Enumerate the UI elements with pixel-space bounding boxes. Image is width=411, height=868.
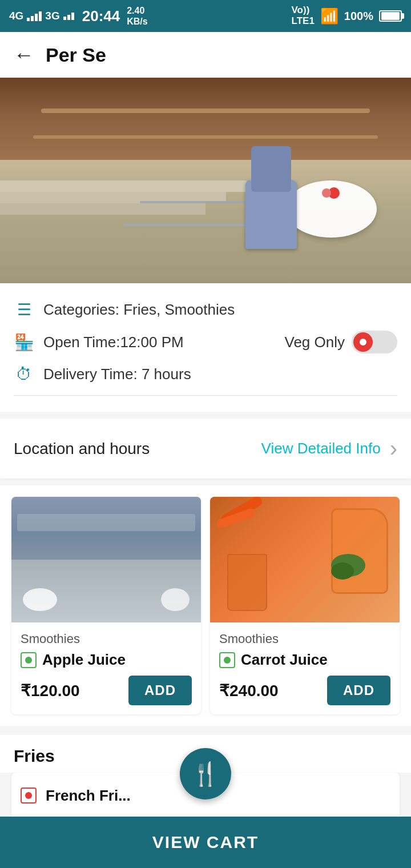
veg-only-label: Veg Only (284, 333, 345, 351)
divider (14, 395, 397, 396)
non-veg-indicator (21, 787, 37, 803)
menu-card-apple-juice: Smoothies Apple Juice ₹120.00 ADD (11, 497, 201, 714)
lte-label: Vo))LTE1 (292, 5, 315, 26)
apple-juice-name: Apple Juice (42, 651, 126, 669)
carrot-juice-veg-dot (224, 657, 231, 664)
restaurant-image (0, 78, 411, 283)
info-section: ☰ Categories: Fries, Smoothies 🏪 Open Ti… (0, 283, 411, 412)
view-detailed-container[interactable]: View Detailed Info › (261, 436, 397, 461)
apple-juice-name-row: Apple Juice (21, 651, 192, 669)
carrot-juice-add-button[interactable]: ADD (327, 676, 390, 705)
signal-3g (63, 13, 74, 20)
apple-juice-price-row: ₹120.00 ADD (21, 676, 192, 705)
apple-juice-price: ₹120.00 (21, 681, 80, 700)
carrot-juice-name: Carrot Juice (241, 651, 328, 669)
delivery-text: Delivery Time: 7 hours (43, 365, 397, 383)
open-time-text: Open Time:12:00 PM (43, 333, 275, 351)
toggle-thumb (353, 332, 373, 352)
chevron-right-icon: › (390, 436, 397, 461)
apple-juice-body: Smoothies Apple Juice ₹120.00 ADD (11, 622, 201, 714)
page-title: Per Se (46, 44, 106, 66)
veg-only-toggle[interactable] (352, 331, 397, 353)
header: ← Per Se (0, 32, 411, 78)
toggle-dot (358, 337, 368, 347)
fab-button[interactable]: 🍴 (180, 748, 231, 799)
fries-title: Fries (14, 746, 55, 765)
status-right: Vo))LTE1 📶 100% (292, 5, 402, 26)
carrot-juice-price: ₹240.00 (219, 681, 279, 700)
location-section[interactable]: Location and hours View Detailed Info › (0, 419, 411, 479)
view-detailed-link[interactable]: View Detailed Info (261, 440, 381, 457)
open-time-row: 🏪 Open Time:12:00 PM Veg Only (14, 331, 397, 353)
apple-juice-category: Smoothies (21, 632, 192, 646)
categories-text: Categories: Fries, Smoothies (43, 301, 397, 319)
battery-label: 100% (344, 10, 373, 23)
network-label: 4G (9, 10, 23, 22)
location-text: Location and hours (14, 440, 150, 458)
apple-juice-image (11, 497, 201, 622)
menu-card-carrot-juice: Smoothies Carrot Juice ₹240.00 ADD (210, 497, 400, 714)
non-veg-dot (25, 792, 32, 799)
carrot-juice-price-row: ₹240.00 ADD (219, 676, 390, 705)
network-label-3g: 3G (45, 10, 59, 22)
carrot-juice-veg-indicator (219, 652, 235, 668)
time-display: 20:44 (82, 7, 120, 25)
carrot-juice-body: Smoothies Carrot Juice ₹240.00 ADD (210, 622, 400, 714)
categories-row: ☰ Categories: Fries, Smoothies (14, 300, 397, 319)
menu-grid: Smoothies Apple Juice ₹120.00 ADD (11, 497, 400, 714)
carrot-juice-category: Smoothies (219, 632, 390, 646)
back-button[interactable]: ← (14, 43, 34, 67)
veg-only-container: Veg Only (284, 331, 397, 353)
wifi-icon: 📶 (320, 7, 339, 25)
menu-section: Smoothies Apple Juice ₹120.00 ADD (0, 485, 411, 726)
delivery-row: ⏱ Delivery Time: 7 hours (14, 365, 397, 384)
carrot-juice-name-row: Carrot Juice (219, 651, 390, 669)
status-left: 4G 3G 20:44 2.40 KB/s (9, 5, 148, 27)
categories-icon: ☰ (14, 300, 34, 319)
apple-juice-add-button[interactable]: ADD (128, 676, 192, 705)
signal-4g (27, 11, 42, 21)
partial-item-name: French Fri... (46, 787, 131, 805)
open-icon: 🏪 (14, 333, 34, 352)
speed-display: 2.40 KB/s (127, 5, 147, 27)
apple-juice-veg-indicator (21, 652, 37, 668)
delivery-icon: ⏱ (14, 365, 34, 384)
status-bar: 4G 3G 20:44 2.40 KB/s Vo))LTE1 📶 100% (0, 0, 411, 32)
view-cart-button[interactable]: VIEW CART (0, 817, 411, 868)
fab-icon: 🍴 (191, 761, 220, 787)
carrot-juice-image (210, 497, 400, 622)
apple-juice-veg-dot (25, 657, 32, 664)
battery-icon (379, 10, 402, 22)
